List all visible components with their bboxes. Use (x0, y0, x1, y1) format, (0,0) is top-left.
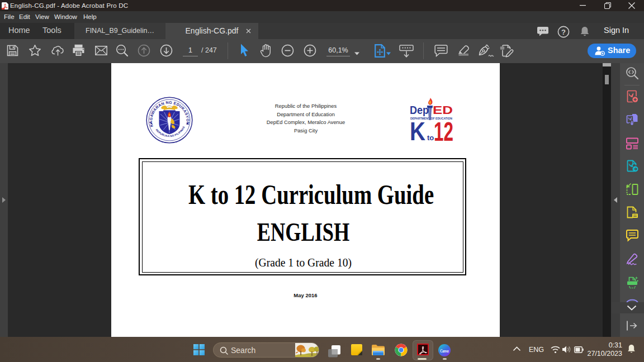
svg-text:?: ? (561, 28, 566, 36)
svg-text:Dep: Dep (410, 103, 429, 116)
svg-text:K: K (410, 116, 425, 142)
svg-text:to: to (427, 134, 434, 142)
svg-text:12: 12 (434, 117, 453, 143)
svg-text:Canva: Canva (441, 348, 449, 353)
svg-text:ED: ED (433, 103, 453, 116)
